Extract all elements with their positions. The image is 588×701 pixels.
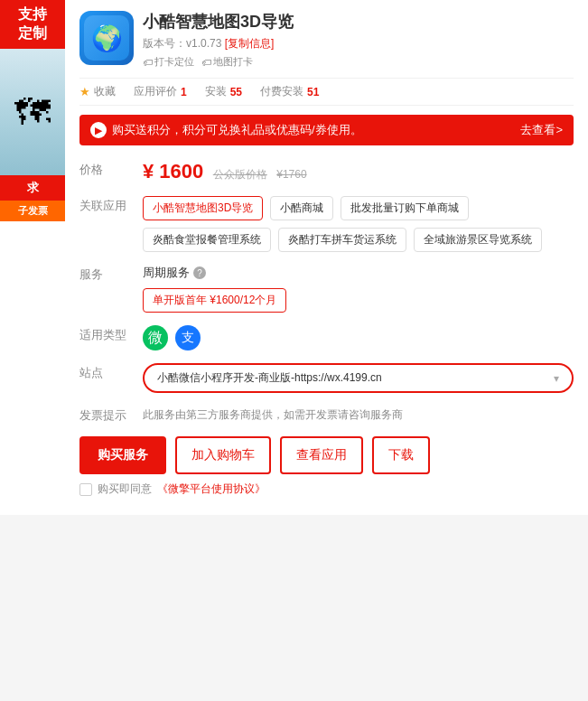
station-label: 站点: [79, 363, 134, 381]
globe-icon: 🌍: [91, 23, 123, 53]
stat-paid-label: 付费安装: [260, 84, 303, 99]
service-period-label: 周期服务: [143, 265, 190, 281]
stat-collect[interactable]: ★ 收藏: [79, 84, 116, 99]
app-icon: 🌍: [79, 11, 134, 65]
service-label: 服务: [79, 265, 134, 283]
station-section: 站点 小酷微信小程序开发-商业版-https://wx.4199.cn ▾: [79, 363, 574, 393]
price-original-label: 公众版价格: [213, 168, 267, 181]
service-option[interactable]: 单开版首年 ¥1600/12个月: [143, 288, 286, 313]
sidebar-demand-text: 求: [0, 175, 65, 201]
app-tags: 🏷 打卡定位 🏷 地图打卡: [143, 55, 574, 69]
related-app-1[interactable]: 小酷商城: [270, 196, 333, 220]
download-button[interactable]: 下载: [372, 436, 430, 474]
promo-left: ▶ 购买送积分，积分可兑换礼品或优惠码/券使用。: [90, 122, 362, 138]
tag-location: 🏷 打卡定位: [143, 55, 194, 69]
promo-banner: ▶ 购买送积分，积分可兑换礼品或优惠码/券使用。 去查看>: [79, 115, 574, 145]
invoice-note: 此服务由第三方服务商提供，如需开发票请咨询服务商: [143, 408, 403, 421]
stat-paid-value: 51: [307, 86, 319, 98]
stat-install-label: 安装: [205, 84, 227, 99]
main-content: 🌍 小酷智慧地图3D导览 版本号：v1.0.73 [复制信息] 🏷 打卡定位 🏷: [65, 0, 588, 515]
price-current: ¥ 1600: [143, 160, 203, 182]
stat-collect-label: 收藏: [94, 84, 116, 99]
copy-info-link[interactable]: [复制信息]: [225, 37, 275, 50]
stat-paid-install: 付费安装 51: [260, 84, 319, 99]
sidebar-map-graphic: [0, 49, 65, 175]
page-wrapper: 支持 定制 求 子发票 🌍 小酷智慧地图3D导览 版本号：v1.0.73 [复制…: [0, 0, 588, 515]
map-tag-icon: 🏷: [201, 57, 211, 68]
stat-install: 安装 55: [205, 84, 242, 99]
agreement-link[interactable]: 《微擎平台使用协议》: [157, 481, 266, 497]
agreement-checkbox[interactable]: [79, 483, 92, 496]
related-apps-content: 小酷智慧地图3D导览 小酷商城 批发批量订购下单商城 炎酷食堂报餐管理系统 炎酷…: [143, 196, 574, 252]
invoice-content: 此服务由第三方服务商提供，如需开发票请咨询服务商: [143, 406, 574, 424]
station-content: 小酷微信小程序开发-商业版-https://wx.4199.cn ▾: [143, 363, 574, 393]
related-app-3[interactable]: 炎酷食堂报餐管理系统: [143, 228, 271, 252]
wechat-icon: 微: [143, 325, 168, 350]
stat-rating-label: 应用评价: [134, 84, 177, 99]
app-info: 小酷智慧地图3D导览 版本号：v1.0.73 [复制信息] 🏷 打卡定位 🏷 地…: [143, 11, 574, 69]
stats-row: ★ 收藏 应用评价 1 安装 55 付费安装 51: [79, 78, 574, 106]
related-apps-label: 关联应用: [79, 196, 134, 214]
price-original: ¥1760: [276, 168, 306, 181]
star-icon: ★: [79, 85, 90, 98]
sidebar-express-text: 子发票: [0, 201, 65, 221]
banner-top-text: 支持 定制: [0, 0, 65, 49]
app-version: 版本号：v1.0.73 [复制信息]: [143, 36, 574, 51]
chevron-down-icon: ▾: [554, 372, 559, 385]
tag-map: 🏷 地图打卡: [201, 55, 253, 69]
alipay-icon: 支: [175, 325, 201, 350]
station-value: 小酷微信小程序开发-商业版-https://wx.4199.cn: [157, 370, 382, 386]
promo-text: 购买送积分，积分可兑换礼品或优惠码/券使用。: [112, 122, 362, 138]
applicable-type-section: 适用类型 微 支: [79, 325, 574, 350]
related-app-5[interactable]: 全域旅游景区导览系统: [414, 228, 542, 252]
invoice-section: 发票提示 此服务由第三方服务商提供，如需开发票请咨询服务商: [79, 406, 574, 424]
service-period-row: 周期服务 ?: [143, 265, 574, 281]
service-help-icon[interactable]: ?: [193, 266, 206, 279]
stat-rating-value: 1: [181, 86, 187, 98]
invoice-label: 发票提示: [79, 406, 134, 424]
view-button[interactable]: 查看应用: [280, 436, 363, 474]
price-label: 价格: [79, 160, 134, 178]
action-buttons: 购买服务 加入购物车 查看应用 下载: [79, 436, 574, 474]
applicable-type-content: 微 支: [143, 325, 574, 350]
stat-install-value: 55: [230, 86, 242, 98]
related-apps-section: 关联应用 小酷智慧地图3D导览 小酷商城 批发批量订购下单商城 炎酷食堂报餐管理…: [79, 196, 574, 252]
location-tag-icon: 🏷: [143, 57, 153, 68]
promo-play-icon: ▶: [90, 122, 107, 138]
price-content: ¥ 1600 公众版价格 ¥1760: [143, 160, 574, 183]
agreement-row: 购买即同意 《微擎平台使用协议》: [79, 481, 574, 497]
price-section: 价格 ¥ 1600 公众版价格 ¥1760: [79, 160, 574, 183]
related-app-4[interactable]: 炎酷打车拼车货运系统: [278, 228, 406, 252]
agreement-text: 购买即同意: [98, 481, 152, 497]
service-content: 周期服务 ? 单开版首年 ¥1600/12个月: [143, 265, 574, 313]
promo-link[interactable]: 去查看>: [520, 122, 563, 138]
buy-button[interactable]: 购买服务: [79, 436, 166, 474]
app-icon-inner: 🌍: [84, 15, 129, 61]
service-section: 服务 周期服务 ? 单开版首年 ¥1600/12个月: [79, 265, 574, 313]
related-app-0[interactable]: 小酷智慧地图3D导览: [143, 196, 263, 220]
applicable-type-label: 适用类型: [79, 325, 134, 343]
related-app-2[interactable]: 批发批量订购下单商城: [341, 196, 469, 220]
cart-button[interactable]: 加入购物车: [175, 436, 271, 474]
related-apps-list: 小酷智慧地图3D导览 小酷商城 批发批量订购下单商城 炎酷食堂报餐管理系统 炎酷…: [143, 196, 574, 252]
app-title: 小酷智慧地图3D导览: [143, 11, 574, 33]
station-dropdown[interactable]: 小酷微信小程序开发-商业版-https://wx.4199.cn ▾: [143, 363, 574, 393]
left-banner: 支持 定制 求 子发票: [0, 0, 65, 221]
app-header: 🌍 小酷智慧地图3D导览 版本号：v1.0.73 [复制信息] 🏷 打卡定位 🏷: [79, 11, 574, 69]
stat-rating: 应用评价 1: [134, 84, 187, 99]
